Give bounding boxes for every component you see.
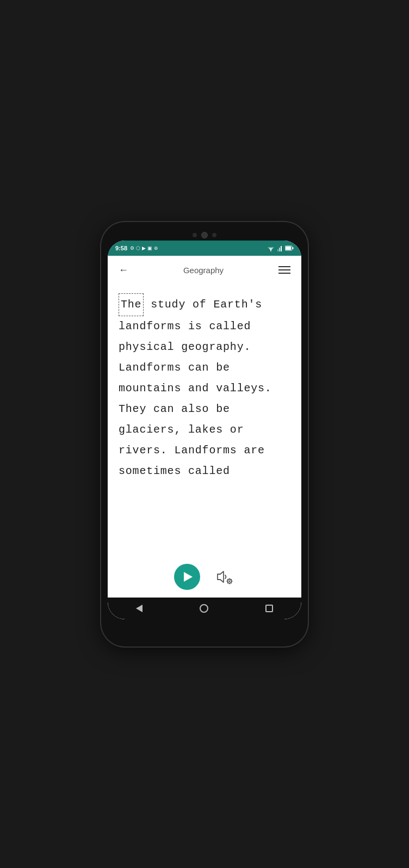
svg-marker-10 <box>218 571 224 582</box>
header-title: Geography <box>183 266 224 275</box>
header: ← Geography <box>108 256 301 285</box>
svg-line-19 <box>228 582 228 583</box>
svg-marker-2 <box>270 249 272 250</box>
status-bar: 9:58 ⚙ ⬡ ▶ ▣ ⊛ <box>108 241 301 256</box>
bottom-controls <box>108 558 301 598</box>
nav-home-icon <box>200 604 208 613</box>
back-button[interactable]: ← <box>116 262 131 278</box>
nav-back-button[interactable] <box>136 605 142 612</box>
svg-line-17 <box>228 579 228 580</box>
play-circle-icon: ▶ <box>142 245 146 251</box>
phone-screen: 9:58 ⚙ ⬡ ▶ ▣ ⊛ <box>108 241 301 619</box>
play-button[interactable] <box>174 564 200 590</box>
shield-icon: ⬡ <box>136 245 140 251</box>
menu-button[interactable] <box>276 264 293 276</box>
at-icon: ⊛ <box>154 245 158 251</box>
settings-icon: ⚙ <box>130 245 134 251</box>
body-text: study of Earth's landforms is called phy… <box>119 298 272 477</box>
nav-recents-button[interactable] <box>265 605 273 612</box>
menu-line-3 <box>278 273 290 274</box>
nav-recents-icon <box>265 605 273 612</box>
svg-rect-8 <box>293 247 294 249</box>
back-arrow-icon: ← <box>119 264 128 276</box>
camera-main <box>201 232 208 238</box>
signal-icon <box>277 245 283 251</box>
menu-line-2 <box>278 269 290 270</box>
play-icon <box>184 572 193 582</box>
highlighted-word: The <box>119 293 144 316</box>
reading-area: The study of Earth's landforms is called… <box>108 285 301 558</box>
svg-point-3 <box>270 250 271 251</box>
svg-rect-4 <box>277 249 278 251</box>
camera-left <box>193 233 197 237</box>
status-left: 9:58 ⚙ ⬡ ▶ ▣ ⊛ <box>115 245 158 251</box>
status-right <box>267 245 294 251</box>
nav-home-button[interactable] <box>200 604 208 613</box>
battery-icon <box>285 245 294 251</box>
nav-bar <box>108 598 301 619</box>
svg-rect-5 <box>279 248 280 251</box>
reading-text: The study of Earth's landforms is called… <box>119 293 290 482</box>
camera-right <box>212 233 216 237</box>
phone-cameras <box>193 232 216 238</box>
status-time: 9:58 <box>115 245 127 251</box>
audio-settings-button[interactable] <box>213 567 235 587</box>
app-content: ← Geography The study of Earth's landfor… <box>108 256 301 598</box>
svg-rect-9 <box>286 247 291 250</box>
audio-settings-icon <box>215 569 233 584</box>
card-icon: ▣ <box>147 245 152 251</box>
nav-back-icon <box>136 605 142 612</box>
wifi-icon <box>267 245 275 251</box>
svg-line-20 <box>231 579 231 580</box>
phone-frame: 9:58 ⚙ ⬡ ▶ ▣ ⊛ <box>101 222 308 647</box>
svg-line-18 <box>231 582 231 583</box>
phone-notch <box>108 229 301 241</box>
menu-line-1 <box>278 266 290 267</box>
status-icons: ⚙ ⬡ ▶ ▣ ⊛ <box>130 245 158 251</box>
svg-rect-6 <box>281 246 282 251</box>
svg-point-12 <box>229 580 231 582</box>
